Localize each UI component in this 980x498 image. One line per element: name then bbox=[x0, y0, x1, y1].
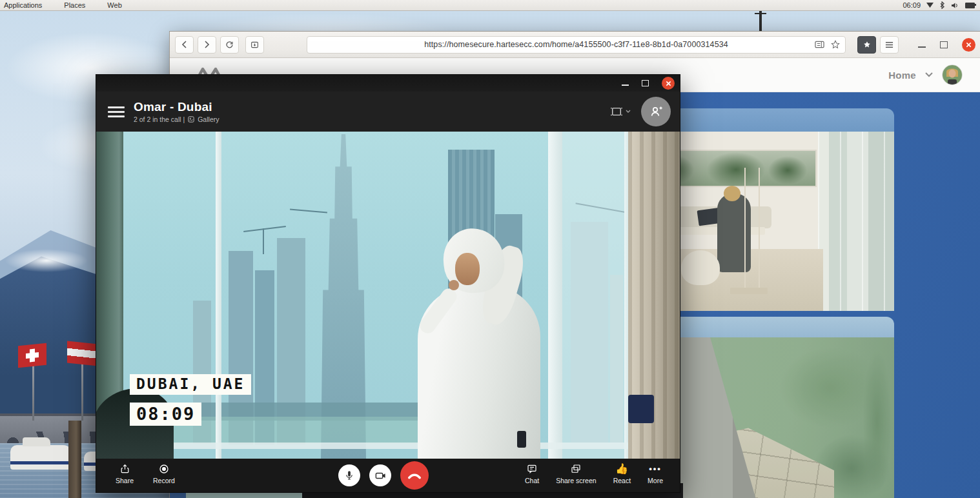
add-person-icon bbox=[648, 104, 664, 119]
chat-button[interactable]: Chat bbox=[525, 463, 539, 484]
scene-swing-rope bbox=[759, 168, 760, 290]
battery-icon[interactable] bbox=[965, 3, 975, 8]
wallpaper-mooring-post bbox=[68, 421, 81, 498]
back-button[interactable] bbox=[175, 36, 194, 54]
react-button[interactable]: 👍 React bbox=[613, 463, 631, 484]
man-hand bbox=[449, 280, 459, 290]
hang-up-button[interactable] bbox=[400, 461, 429, 490]
swiss-flag bbox=[18, 343, 46, 368]
scene-person-head bbox=[724, 186, 740, 201]
participants-count: 2 of 2 in the call | bbox=[134, 115, 185, 123]
gnome-top-bar: Applications Places Web 06:09 bbox=[0, 0, 980, 11]
camera-icon bbox=[374, 470, 387, 482]
top-bar-status: 06:09 bbox=[903, 1, 980, 9]
user-avatar[interactable] bbox=[942, 65, 963, 85]
call-title: Omar - Dubai bbox=[134, 100, 219, 114]
share-screen-icon bbox=[570, 463, 582, 475]
scene-swing-seat bbox=[730, 288, 768, 294]
add-person-button[interactable] bbox=[641, 97, 671, 126]
hamburger-menu-icon[interactable] bbox=[108, 106, 125, 117]
call-header: Omar - Dubai 2 of 2 in the call | Galler… bbox=[96, 92, 680, 132]
gallery-icon[interactable] bbox=[188, 116, 194, 123]
volume-icon[interactable] bbox=[951, 2, 959, 9]
site-header-right: Home bbox=[888, 65, 980, 85]
crane-silhouette bbox=[243, 226, 286, 232]
call-maximize-button[interactable] bbox=[642, 80, 649, 86]
more-button[interactable]: ••• More bbox=[648, 463, 663, 484]
location-caption: DUBAI, UAE bbox=[130, 374, 251, 395]
crane-mast bbox=[263, 228, 264, 254]
home-nav-label[interactable]: Home bbox=[888, 70, 916, 81]
video-call-window: Omar - Dubai 2 of 2 in the call | Galler… bbox=[96, 74, 680, 493]
gallery-label[interactable]: Gallery bbox=[198, 115, 219, 123]
call-subtitle: 2 of 2 in the call | Gallery bbox=[134, 115, 219, 123]
scene-person bbox=[717, 194, 751, 272]
scene-glass-doors bbox=[818, 132, 894, 311]
boat-cabin bbox=[23, 437, 50, 446]
scene-chair bbox=[681, 250, 720, 285]
more-label: More bbox=[648, 477, 663, 484]
microphone-button[interactable] bbox=[338, 464, 360, 486]
call-minimize-button[interactable] bbox=[622, 85, 629, 86]
call-window-titlebar bbox=[96, 75, 680, 92]
window-mullion bbox=[216, 132, 221, 459]
network-icon[interactable] bbox=[926, 3, 934, 8]
reader-mode-icon[interactable] bbox=[815, 41, 824, 48]
window-glare bbox=[562, 132, 628, 459]
menu-applications[interactable]: Applications bbox=[4, 1, 42, 9]
wallpaper-flagpole bbox=[81, 359, 83, 421]
reload-button[interactable] bbox=[220, 36, 239, 54]
browser-close-button[interactable] bbox=[962, 38, 975, 52]
man-face bbox=[455, 253, 480, 285]
browser-minimize-button[interactable] bbox=[918, 46, 926, 48]
chat-icon bbox=[526, 463, 538, 475]
record-label: Record bbox=[153, 477, 175, 484]
layout-icon bbox=[609, 106, 624, 117]
wallpaper-mast bbox=[759, 8, 762, 34]
window-mullion bbox=[548, 132, 562, 459]
react-label: React bbox=[613, 477, 631, 484]
share-label: Share bbox=[116, 477, 134, 484]
call-controls-left: Share Record bbox=[116, 463, 175, 484]
share-button[interactable]: Share bbox=[116, 463, 134, 484]
bookmark-star-icon[interactable] bbox=[831, 40, 840, 49]
downloads-icon[interactable] bbox=[245, 36, 264, 54]
address-bar[interactable]: https://homesecure.hartesecc.com/home/a4… bbox=[307, 36, 846, 54]
call-control-bar: Share Record bbox=[96, 459, 680, 492]
browser-maximize-button[interactable] bbox=[940, 41, 948, 48]
thumbs-up-icon: 👍 bbox=[615, 463, 628, 475]
chevron-down-icon bbox=[626, 110, 631, 114]
address-url[interactable]: https://homesecure.hartesecc.com/home/a4… bbox=[424, 40, 728, 49]
austrian-flag bbox=[67, 341, 98, 366]
remote-video-feed: DUBAI, UAE 08:09 bbox=[96, 132, 680, 459]
layout-picker[interactable] bbox=[609, 106, 631, 117]
bluetooth-icon[interactable] bbox=[939, 1, 945, 9]
menu-web[interactable]: Web bbox=[107, 1, 121, 9]
bookmarks-toolbar-icon[interactable] bbox=[857, 36, 876, 54]
menu-icon[interactable] bbox=[880, 36, 899, 54]
clock[interactable]: 06:09 bbox=[903, 1, 921, 9]
call-controls-center bbox=[338, 459, 429, 492]
more-dots-icon: ••• bbox=[649, 463, 662, 475]
share-screen-button[interactable]: Share screen bbox=[556, 463, 596, 484]
chat-label: Chat bbox=[525, 477, 539, 484]
crane-silhouette bbox=[290, 208, 327, 213]
man-phone bbox=[517, 431, 526, 448]
record-button[interactable]: Record bbox=[153, 463, 175, 484]
camera-button[interactable] bbox=[369, 464, 391, 486]
wallpaper-boat bbox=[10, 445, 72, 470]
browser-toolbar: https://homesecure.hartesecc.com/home/a4… bbox=[170, 32, 980, 58]
call-close-button[interactable] bbox=[662, 77, 675, 90]
record-icon bbox=[158, 463, 170, 475]
navy-chair bbox=[628, 395, 654, 423]
hang-up-icon bbox=[407, 471, 422, 480]
urlbar-icons bbox=[815, 40, 840, 49]
desktop: Applications Places Web 06:09 bbox=[0, 0, 980, 498]
wallpaper-flagpole bbox=[32, 359, 34, 421]
forward-button[interactable] bbox=[198, 36, 216, 54]
share-icon bbox=[119, 463, 130, 475]
menu-places[interactable]: Places bbox=[64, 1, 85, 9]
window-sill bbox=[123, 443, 628, 449]
top-bar-menus: Applications Places Web bbox=[0, 1, 122, 9]
chevron-down-icon[interactable] bbox=[925, 72, 933, 77]
